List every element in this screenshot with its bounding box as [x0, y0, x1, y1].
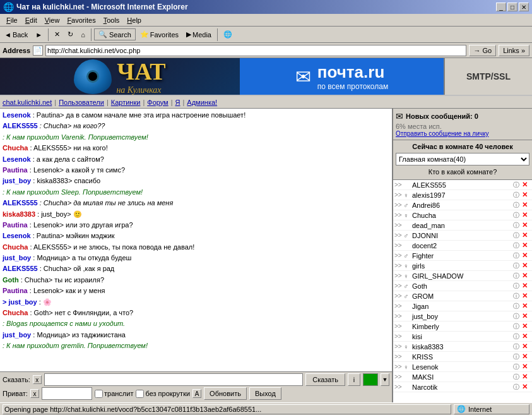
user-info-icon[interactable]: ⓘ [513, 342, 522, 351]
skazat-clear-button[interactable]: x [33, 375, 42, 384]
vyhod-button[interactable]: Выход [249, 387, 281, 400]
user-info-icon[interactable]: ⓘ [513, 383, 522, 392]
room-select[interactable]: Главная комната(40) [396, 153, 529, 165]
user-info-icon[interactable]: ⓘ [513, 191, 522, 200]
user-remove-icon[interactable]: ✕ [522, 272, 531, 280]
user-remove-icon[interactable]: ✕ [522, 201, 531, 209]
a-button[interactable]: А [192, 389, 201, 398]
user-remove-icon[interactable]: ✕ [522, 302, 531, 310]
user-remove-icon[interactable]: ✕ [522, 312, 531, 320]
user-info-icon[interactable]: ⓘ [513, 352, 522, 361]
menu-favorites[interactable]: Favorites [63, 15, 99, 25]
send-message-link[interactable]: Отправить сообщение на личку [396, 130, 529, 137]
user-info-icon[interactable]: ⓘ [513, 241, 522, 250]
bez-prokrutki-checkbox[interactable] [136, 390, 144, 398]
user-info-icon[interactable]: ⓘ [513, 272, 522, 280]
search-button[interactable]: 🔍 Search [94, 28, 136, 40]
home-button[interactable]: ⌂ [78, 28, 88, 42]
banner-mail[interactable]: ✉ почта.ru по всем протоколам [240, 58, 444, 95]
obnovit-button[interactable]: Обновить [204, 387, 247, 400]
user-info-icon[interactable]: ⓘ [513, 373, 522, 382]
maximize-button[interactable]: □ [507, 3, 517, 11]
refresh-button[interactable]: ↻ [64, 28, 76, 42]
user-arrow-icon: >> [394, 262, 403, 269]
user-remove-icon[interactable]: ✕ [522, 352, 531, 361]
nav-users[interactable]: Пользователи [59, 99, 104, 106]
chat-message: Chucha : ALEKS555> и не злюсь, ты пока п… [3, 242, 389, 253]
nav-site[interactable]: chat.kulichki.net [3, 99, 52, 106]
user-info-icon[interactable]: ⓘ [513, 211, 522, 220]
msg-author: Pautina [3, 221, 28, 229]
user-info-icon[interactable]: ⓘ [513, 292, 522, 301]
nav-ya[interactable]: Я [175, 99, 180, 106]
info-button[interactable]: i [348, 373, 360, 386]
user-remove-icon[interactable]: ✕ [522, 241, 531, 250]
user-remove-icon[interactable]: ✕ [522, 191, 531, 199]
stop-button[interactable]: ✕ [51, 28, 63, 42]
address-input[interactable] [45, 45, 466, 56]
user-remove-icon[interactable]: ✕ [522, 181, 531, 189]
user-remove-icon[interactable]: ✕ [522, 211, 531, 219]
go-button[interactable]: → Go [469, 45, 496, 56]
user-info-icon[interactable]: ⓘ [513, 363, 522, 371]
user-info-icon[interactable]: ⓘ [513, 322, 522, 331]
menu-file[interactable]: File [3, 15, 21, 25]
user-remove-icon[interactable]: ✕ [522, 383, 531, 391]
privat-input[interactable] [42, 387, 92, 400]
forward-button[interactable]: ► [32, 28, 45, 42]
color-button[interactable] [363, 373, 378, 386]
globe-button[interactable]: 🌐 [220, 28, 235, 42]
user-row: >> docent2 ⓘ ✕ [393, 241, 532, 251]
nav-admin[interactable]: Админка! [187, 99, 217, 106]
user-remove-icon[interactable]: ✕ [522, 292, 531, 300]
user-arrow-icon: >> [394, 201, 403, 208]
close-button[interactable]: ✕ [519, 3, 529, 11]
user-row: >> dead_man ⓘ ✕ [393, 220, 532, 231]
privat-clear-button[interactable]: x [30, 389, 39, 398]
smtp-ssl-label: SMTP/SSL [444, 58, 532, 95]
user-info-icon[interactable]: ⓘ [513, 251, 522, 260]
user-arrow-icon: >> [394, 333, 403, 340]
user-row: >> kisi ⓘ ✕ [393, 332, 532, 342]
user-remove-icon[interactable]: ✕ [522, 262, 531, 270]
msg-author: Chucha [3, 309, 28, 316]
user-remove-icon[interactable]: ✕ [522, 221, 531, 229]
nav-pictures[interactable]: Картинки [111, 99, 141, 106]
user-info-icon[interactable]: ⓘ [513, 282, 522, 291]
user-info-icon[interactable]: ⓘ [513, 181, 522, 189]
user-remove-icon[interactable]: ✕ [522, 231, 531, 239]
translit-checkbox[interactable] [95, 390, 103, 398]
links-button[interactable]: Links » [499, 45, 529, 56]
user-remove-icon[interactable]: ✕ [522, 363, 531, 371]
skazat-button[interactable]: Сказать [305, 373, 345, 386]
minimize-button[interactable]: _ [496, 3, 506, 11]
page-icon: 📄 [33, 45, 43, 56]
user-info-icon[interactable]: ⓘ [513, 332, 522, 341]
user-remove-icon[interactable]: ✕ [522, 342, 531, 351]
back-button[interactable]: ◄ ← Back Back [1, 28, 31, 42]
favorites-button[interactable]: ⭐ Favorites [137, 28, 182, 42]
menu-tools[interactable]: Tools [100, 15, 124, 25]
user-info-icon[interactable]: ⓘ [513, 302, 522, 311]
user-arrow-icon: >> [394, 323, 403, 330]
color-arrow-button[interactable]: ▼ [381, 373, 389, 386]
media-button[interactable]: ▶ Media [183, 28, 215, 42]
user-remove-icon[interactable]: ✕ [522, 332, 531, 340]
user-name: just_boy [412, 313, 513, 320]
nav-forum[interactable]: Форум [147, 99, 168, 106]
user-info-icon[interactable]: ⓘ [513, 231, 522, 240]
menu-view[interactable]: View [41, 15, 64, 25]
user-remove-icon[interactable]: ✕ [522, 373, 531, 381]
user-remove-icon[interactable]: ✕ [522, 322, 531, 330]
user-remove-icon[interactable]: ✕ [522, 251, 531, 260]
window-controls[interactable]: _ □ ✕ [496, 3, 529, 11]
menu-help[interactable]: Help [123, 15, 145, 25]
menu-edit[interactable]: Edit [21, 15, 41, 25]
user-info-icon[interactable]: ⓘ [513, 312, 522, 321]
user-name: MAKSI [412, 373, 513, 381]
user-info-icon[interactable]: ⓘ [513, 201, 522, 210]
user-info-icon[interactable]: ⓘ [513, 221, 522, 230]
user-info-icon[interactable]: ⓘ [513, 262, 522, 270]
skazat-input[interactable] [44, 373, 304, 386]
user-remove-icon[interactable]: ✕ [522, 282, 531, 290]
